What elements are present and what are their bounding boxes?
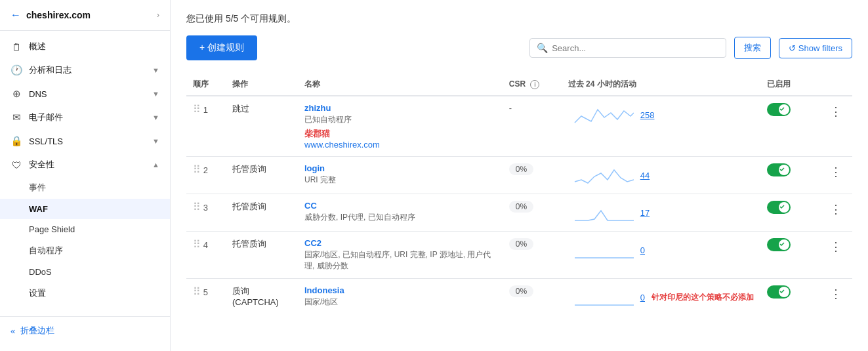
collapse-sidebar-button[interactable]: « 折叠边栏 <box>0 316 170 344</box>
more-options-button[interactable]: ⋮ <box>826 201 846 218</box>
main-content: 您已使用 5/5 个可用规则。 + 创建规则 🔍 搜索 ↺ Show filte… <box>171 0 868 351</box>
sidebar-sub-events[interactable]: 事件 <box>0 176 170 199</box>
rule-sub-text: 威胁分数, IP代理, 已知自动程序 <box>304 212 496 223</box>
col-csr: CSR i <box>503 73 562 96</box>
sidebar-item-security[interactable]: 🛡 安全性 ▲ <box>0 153 170 176</box>
more-options-button[interactable]: ⋮ <box>826 285 846 302</box>
row-order: 1 <box>203 105 208 115</box>
more-cell: ⋮ <box>819 96 852 157</box>
toggle-cell <box>760 96 819 157</box>
toggle-cell <box>760 157 819 194</box>
enabled-toggle[interactable] <box>767 163 791 176</box>
security-chevron-icon: ▲ <box>152 161 159 169</box>
table-row: ⠿ 3 托管质询 CC 威胁分数, IP代理, 已知自动程序 0% 17 <box>186 194 852 232</box>
search-box: 🔍 <box>529 38 726 58</box>
drag-handle-icon[interactable]: ⠿ <box>193 104 201 115</box>
more-options-button[interactable]: ⋮ <box>826 103 846 120</box>
drag-handle-icon[interactable]: ⠿ <box>193 201 201 213</box>
csr-cell: 0% <box>503 232 562 279</box>
sidebar-item-dns[interactable]: ⊕ DNS ▼ <box>0 82 170 106</box>
more-options-button[interactable]: ⋮ <box>826 163 846 180</box>
toggle-knob <box>779 239 789 250</box>
drag-handle-icon[interactable]: ⠿ <box>193 286 201 297</box>
sidebar-item-ssl[interactable]: 🔒 SSL/TLS ▼ <box>0 129 170 153</box>
activity-cell: 258 <box>562 96 760 157</box>
enabled-toggle[interactable] <box>767 238 791 251</box>
rule-name-link[interactable]: CC <box>304 201 496 211</box>
toggle-knob <box>779 287 789 297</box>
rule-name-link[interactable]: login <box>304 163 496 173</box>
sidebar-sub-ddos[interactable]: DDoS <box>0 262 170 282</box>
drag-handle-icon[interactable]: ⠿ <box>193 239 201 250</box>
collapse-label: 折叠边栏 <box>20 325 54 337</box>
create-rule-button[interactable]: + 创建规则 <box>186 35 257 60</box>
analytics-label: 分析和日志 <box>29 64 146 76</box>
activity-number[interactable]: 44 <box>640 171 650 180</box>
row-order: 5 <box>203 287 208 297</box>
table-row: ⠿ 5 质询 (CAPTCHA) Indonesia 国家/地区 0% 0 针对… <box>186 279 852 316</box>
overview-icon: 🗒 <box>10 41 22 52</box>
rule-sub-text: 已知自动程序 <box>304 114 496 125</box>
sidebar-item-analytics[interactable]: 🕐 分析和日志 ▼ <box>0 58 170 82</box>
search-input[interactable] <box>552 43 719 53</box>
overview-label: 概述 <box>29 41 159 52</box>
name-cell: Indonesia 国家/地区 <box>298 279 503 316</box>
activity-cell: 0 针对印尼的这个策略不必添加 <box>562 279 760 316</box>
activity-number[interactable]: 17 <box>640 208 650 218</box>
dns-chevron-icon: ▼ <box>152 90 159 98</box>
activity-number[interactable]: 258 <box>640 110 655 120</box>
activity-number[interactable]: 0 <box>640 293 645 302</box>
csr-cell: 0% <box>503 194 562 232</box>
rule-name-link[interactable]: CC2 <box>304 238 496 248</box>
rule-name-link[interactable]: Indonesia <box>304 285 496 295</box>
table-header-row: 顺序 操作 名称 CSR i 过去 24 小时的活动 已启用 <box>186 73 852 96</box>
drag-handle-cell: ⠿ 2 <box>186 157 226 194</box>
dns-icon: ⊕ <box>10 88 22 100</box>
search-button[interactable]: 搜索 <box>734 37 771 59</box>
annotation-red-1: 柴郡猫 <box>304 129 330 138</box>
email-icon: ✉ <box>10 112 22 123</box>
analytics-chevron-icon: ▼ <box>152 66 159 74</box>
activity-number[interactable]: 0 <box>640 245 645 255</box>
annotation-blue-1: www.cheshirex.com <box>304 140 380 150</box>
sidebar-sub-bot[interactable]: 自动程序 <box>0 239 170 262</box>
enabled-toggle[interactable] <box>767 285 791 299</box>
collapse-icon: « <box>10 326 15 336</box>
col-activity: 过去 24 小时的活动 <box>562 73 760 96</box>
annotation-row5: 针对印尼的这个策略不必添加 <box>651 292 754 303</box>
rule-name-link[interactable]: zhizhu <box>304 103 496 113</box>
more-cell: ⋮ <box>819 232 852 279</box>
email-chevron-icon: ▼ <box>152 114 159 121</box>
col-enabled: 已启用 <box>760 73 819 96</box>
sidebar-item-overview[interactable]: 🗒 概述 <box>0 35 170 58</box>
domain-arrow-icon: › <box>157 10 159 20</box>
toggle-cell <box>760 279 819 316</box>
more-options-button[interactable]: ⋮ <box>826 238 846 255</box>
csr-info-icon[interactable]: i <box>530 80 539 89</box>
rule-sub-text: 国家/地区 <box>304 297 496 308</box>
show-filters-button[interactable]: ↺ Show filters <box>779 38 852 58</box>
back-button[interactable]: ← <box>10 9 21 21</box>
search-icon: 🔍 <box>537 43 548 53</box>
sidebar-sub-settings[interactable]: 设置 <box>0 282 170 304</box>
name-cell: CC2 国家/地区, 已知自动程序, URI 完整, IP 源地址, 用户代理,… <box>298 232 503 279</box>
table-row: ⠿ 4 托管质询 CC2 国家/地区, 已知自动程序, URI 完整, IP 源… <box>186 232 852 279</box>
email-label: 电子邮件 <box>29 112 146 123</box>
security-icon: 🛡 <box>10 159 22 171</box>
sidebar-item-email[interactable]: ✉ 电子邮件 ▼ <box>0 106 170 129</box>
sidebar-header: ← cheshirex.com › <box>0 0 170 31</box>
enabled-toggle[interactable] <box>767 103 791 116</box>
toggle-knob <box>779 202 789 213</box>
ssl-chevron-icon: ▼ <box>152 137 159 145</box>
security-label: 安全性 <box>29 159 146 171</box>
toggle-cell <box>760 194 819 232</box>
activity-cell: 0 <box>562 232 760 279</box>
sidebar-sub-waf[interactable]: WAF <box>0 199 170 219</box>
drag-handle-icon[interactable]: ⠿ <box>193 164 201 175</box>
row-order: 4 <box>203 240 208 250</box>
name-cell: login URI 完整 <box>298 157 503 194</box>
csr-cell: 0% <box>503 279 562 316</box>
sidebar-sub-pageshield[interactable]: Page Shield <box>0 219 170 239</box>
enabled-toggle[interactable] <box>767 201 791 214</box>
col-order: 顺序 <box>186 73 226 96</box>
